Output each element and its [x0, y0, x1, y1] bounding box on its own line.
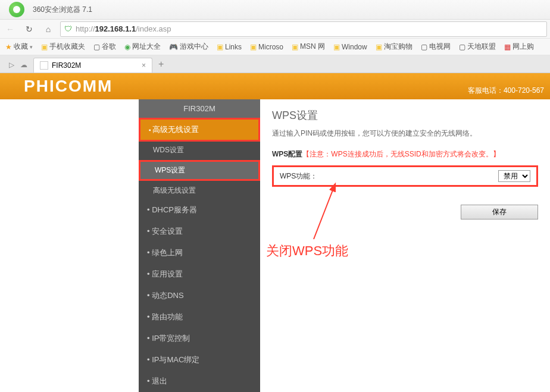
new-tab-button[interactable]: + [152, 56, 170, 73]
folder-icon: ▣ [376, 43, 382, 51]
hotline-text: 客服电话：400-720-567 [468, 86, 550, 99]
router-header: PHICOMM PHICOMM 客服电话：400-720-567 [0, 73, 550, 99]
folder-icon: ▣ [41, 43, 48, 51]
save-button[interactable]: 保存 [461, 205, 538, 219]
sidebar-item-security[interactable]: 安全设置 [139, 221, 260, 242]
forward-icon[interactable]: ▷ [9, 61, 14, 69]
url-text: http://192.168.1.1/index.asp [76, 24, 171, 33]
bookmark-item[interactable]: ▢谷歌 [91, 40, 118, 53]
svg-line-1 [314, 186, 335, 239]
brand-logo: PHICOMM [24, 77, 112, 96]
page-description: 通过输入PIN码或使用按钮，您可以方便的建立安全的无线网络。 [272, 128, 538, 139]
router-page: PHICOMM PHICOMM 客服电话：400-720-567 FIR302M… [0, 73, 550, 392]
bookmark-item[interactable]: ◉网址大全 [122, 40, 163, 53]
arrow-annotation-icon [308, 180, 343, 245]
shield-icon: 🛡 [64, 24, 72, 33]
navigation-bar: ← ↻ ⌂ 🛡 http://192.168.1.1/index.asp [0, 20, 550, 39]
content-area: WPS设置 通过输入PIN码或使用按钮，您可以方便的建立安全的无线网络。 WPS… [260, 99, 550, 392]
page-title: WPS设置 [272, 108, 538, 123]
folder-icon: ▣ [292, 43, 298, 51]
bookmark-item[interactable]: ▣Microso [248, 42, 286, 52]
tab-title: FIR302M [52, 61, 81, 70]
tab-active[interactable]: FIR302M × [33, 58, 152, 73]
bookmark-item[interactable]: ▣Links [214, 42, 244, 52]
annotation-text: 关闭WPS功能 [266, 242, 348, 260]
bookmark-item[interactable]: ▢天地联盟 [457, 40, 498, 53]
star-icon: ★ [5, 43, 12, 51]
tab-bar: ▷ ☁ FIR302M × + [0, 55, 550, 73]
sidebar-item-ipmac[interactable]: IP与MAC绑定 [139, 349, 260, 371]
bookmark-item[interactable]: ▣Window [331, 42, 370, 52]
favorites-button[interactable]: ★ 收藏 ▾ [3, 40, 35, 53]
bookmark-item[interactable]: ▣淘宝购物 [373, 40, 415, 53]
folder-icon: ▣ [333, 43, 340, 51]
bookmark-item[interactable]: ▣手机收藏夹 [39, 40, 88, 53]
bookmark-item[interactable]: ▦网上购 [502, 40, 536, 53]
sidebar-item-exit[interactable]: 退出 [139, 371, 260, 392]
page-icon: ▢ [459, 43, 465, 51]
sidebar-item-bandwidth[interactable]: IP带宽控制 [139, 328, 260, 349]
sidebar-sub-adv-wireless[interactable]: 高级无线设置 [139, 182, 260, 199]
sidebar-item-apps[interactable]: 应用设置 [139, 264, 260, 285]
page-icon: ▢ [421, 43, 427, 51]
site-icon: ▦ [504, 43, 511, 51]
folder-icon: ▣ [217, 43, 223, 51]
sidebar-sub-wps[interactable]: WPS设置 [140, 162, 258, 179]
cloud-icon[interactable]: ☁ [20, 61, 27, 69]
browser-logo [3, 1, 30, 18]
page-icon: ▢ [93, 43, 100, 51]
sidebar-item-advanced-wireless[interactable]: 高级无线设置 [140, 120, 258, 140]
sidebar-model-label: FIR302M [139, 99, 260, 118]
reload-button[interactable]: ↻ [22, 22, 36, 36]
site-icon: ◉ [124, 43, 130, 51]
bookmark-item[interactable]: ▢电视网 [418, 40, 453, 53]
address-bar[interactable]: 🛡 http://192.168.1.1/index.asp [60, 21, 547, 37]
bookmark-item[interactable]: ▣MSN 网 [289, 40, 327, 53]
wps-function-select[interactable]: 禁用 [498, 170, 530, 182]
sidebar-item-ddns[interactable]: 动态DNS [139, 285, 260, 306]
sidebar-item-routing[interactable]: 路由功能 [139, 306, 260, 328]
game-icon: 🎮 [169, 43, 178, 51]
sidebar-item-dhcp[interactable]: DHCP服务器 [139, 199, 260, 221]
sidebar: FIR302M 高级无线设置 WDS设置 WPS设置 高级无线设置 DHCP服务… [139, 99, 260, 392]
tab-favicon-icon [40, 61, 48, 70]
home-button[interactable]: ⌂ [41, 22, 55, 36]
sidebar-sub-wds[interactable]: WDS设置 [139, 142, 260, 159]
browser-title-bar: 360安全浏览器 7.1 [0, 0, 550, 20]
browser-title: 360安全浏览器 7.1 [33, 5, 92, 15]
config-label: WPS配置【注意：WPS连接成功后，无线SSID和加密方式将会改变。】 [272, 146, 538, 163]
sidebar-item-green[interactable]: 绿色上网 [139, 242, 260, 264]
bookmarks-bar: ★ 收藏 ▾ ▣手机收藏夹 ▢谷歌 ◉网址大全 🎮游戏中心 ▣Links ▣Mi… [0, 39, 550, 55]
folder-icon: ▣ [250, 43, 257, 51]
close-icon[interactable]: × [142, 61, 146, 70]
brand-logo-reflection: PHICOMM [24, 96, 112, 115]
bookmark-item[interactable]: 🎮游戏中心 [167, 40, 211, 53]
back-button[interactable]: ← [3, 22, 17, 36]
